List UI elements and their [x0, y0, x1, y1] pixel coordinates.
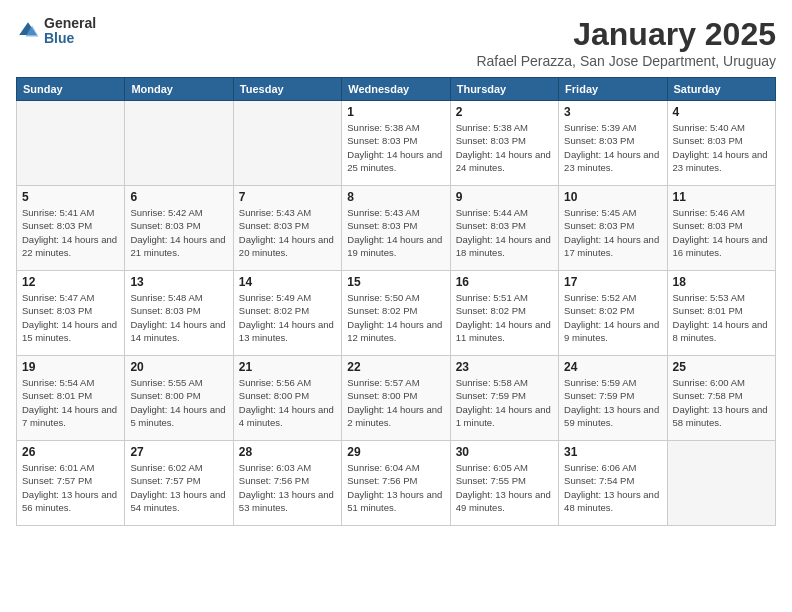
day-number: 21	[239, 360, 336, 374]
week-row-2: 5Sunrise: 5:41 AM Sunset: 8:03 PM Daylig…	[17, 186, 776, 271]
day-cell: 4Sunrise: 5:40 AM Sunset: 8:03 PM Daylig…	[667, 101, 775, 186]
title-block: January 2025 Rafael Perazza, San Jose De…	[476, 16, 776, 69]
day-number: 11	[673, 190, 770, 204]
day-info: Sunrise: 5:44 AM Sunset: 8:03 PM Dayligh…	[456, 206, 553, 259]
day-number: 22	[347, 360, 444, 374]
day-number: 18	[673, 275, 770, 289]
day-cell: 3Sunrise: 5:39 AM Sunset: 8:03 PM Daylig…	[559, 101, 667, 186]
column-header-sunday: Sunday	[17, 78, 125, 101]
day-number: 4	[673, 105, 770, 119]
day-cell	[233, 101, 341, 186]
day-info: Sunrise: 5:58 AM Sunset: 7:59 PM Dayligh…	[456, 376, 553, 429]
day-info: Sunrise: 5:42 AM Sunset: 8:03 PM Dayligh…	[130, 206, 227, 259]
day-info: Sunrise: 5:47 AM Sunset: 8:03 PM Dayligh…	[22, 291, 119, 344]
day-number: 3	[564, 105, 661, 119]
day-info: Sunrise: 5:56 AM Sunset: 8:00 PM Dayligh…	[239, 376, 336, 429]
day-info: Sunrise: 5:39 AM Sunset: 8:03 PM Dayligh…	[564, 121, 661, 174]
day-info: Sunrise: 6:04 AM Sunset: 7:56 PM Dayligh…	[347, 461, 444, 514]
day-number: 14	[239, 275, 336, 289]
day-cell: 13Sunrise: 5:48 AM Sunset: 8:03 PM Dayli…	[125, 271, 233, 356]
day-cell: 27Sunrise: 6:02 AM Sunset: 7:57 PM Dayli…	[125, 441, 233, 526]
day-cell: 17Sunrise: 5:52 AM Sunset: 8:02 PM Dayli…	[559, 271, 667, 356]
day-number: 30	[456, 445, 553, 459]
day-number: 13	[130, 275, 227, 289]
column-header-saturday: Saturday	[667, 78, 775, 101]
day-info: Sunrise: 6:00 AM Sunset: 7:58 PM Dayligh…	[673, 376, 770, 429]
day-number: 26	[22, 445, 119, 459]
day-cell: 11Sunrise: 5:46 AM Sunset: 8:03 PM Dayli…	[667, 186, 775, 271]
day-info: Sunrise: 6:06 AM Sunset: 7:54 PM Dayligh…	[564, 461, 661, 514]
day-cell: 2Sunrise: 5:38 AM Sunset: 8:03 PM Daylig…	[450, 101, 558, 186]
day-number: 1	[347, 105, 444, 119]
day-info: Sunrise: 6:01 AM Sunset: 7:57 PM Dayligh…	[22, 461, 119, 514]
day-number: 16	[456, 275, 553, 289]
logo: General Blue	[16, 16, 96, 47]
day-info: Sunrise: 6:03 AM Sunset: 7:56 PM Dayligh…	[239, 461, 336, 514]
day-number: 17	[564, 275, 661, 289]
day-cell: 24Sunrise: 5:59 AM Sunset: 7:59 PM Dayli…	[559, 356, 667, 441]
day-cell: 8Sunrise: 5:43 AM Sunset: 8:03 PM Daylig…	[342, 186, 450, 271]
day-cell: 29Sunrise: 6:04 AM Sunset: 7:56 PM Dayli…	[342, 441, 450, 526]
day-number: 7	[239, 190, 336, 204]
day-number: 28	[239, 445, 336, 459]
day-number: 8	[347, 190, 444, 204]
day-number: 9	[456, 190, 553, 204]
day-cell: 25Sunrise: 6:00 AM Sunset: 7:58 PM Dayli…	[667, 356, 775, 441]
day-info: Sunrise: 5:38 AM Sunset: 8:03 PM Dayligh…	[456, 121, 553, 174]
day-number: 19	[22, 360, 119, 374]
day-cell: 30Sunrise: 6:05 AM Sunset: 7:55 PM Dayli…	[450, 441, 558, 526]
day-number: 20	[130, 360, 227, 374]
day-number: 31	[564, 445, 661, 459]
day-number: 6	[130, 190, 227, 204]
day-cell: 5Sunrise: 5:41 AM Sunset: 8:03 PM Daylig…	[17, 186, 125, 271]
week-row-1: 1Sunrise: 5:38 AM Sunset: 8:03 PM Daylig…	[17, 101, 776, 186]
logo-icon	[16, 19, 40, 43]
day-number: 10	[564, 190, 661, 204]
day-info: Sunrise: 5:43 AM Sunset: 8:03 PM Dayligh…	[239, 206, 336, 259]
day-cell: 22Sunrise: 5:57 AM Sunset: 8:00 PM Dayli…	[342, 356, 450, 441]
day-info: Sunrise: 5:55 AM Sunset: 8:00 PM Dayligh…	[130, 376, 227, 429]
day-cell: 21Sunrise: 5:56 AM Sunset: 8:00 PM Dayli…	[233, 356, 341, 441]
day-info: Sunrise: 5:43 AM Sunset: 8:03 PM Dayligh…	[347, 206, 444, 259]
day-info: Sunrise: 5:45 AM Sunset: 8:03 PM Dayligh…	[564, 206, 661, 259]
day-info: Sunrise: 5:38 AM Sunset: 8:03 PM Dayligh…	[347, 121, 444, 174]
day-number: 27	[130, 445, 227, 459]
day-info: Sunrise: 5:51 AM Sunset: 8:02 PM Dayligh…	[456, 291, 553, 344]
day-info: Sunrise: 5:52 AM Sunset: 8:02 PM Dayligh…	[564, 291, 661, 344]
day-number: 2	[456, 105, 553, 119]
day-cell: 23Sunrise: 5:58 AM Sunset: 7:59 PM Dayli…	[450, 356, 558, 441]
day-info: Sunrise: 5:48 AM Sunset: 8:03 PM Dayligh…	[130, 291, 227, 344]
column-header-monday: Monday	[125, 78, 233, 101]
column-header-friday: Friday	[559, 78, 667, 101]
day-info: Sunrise: 5:54 AM Sunset: 8:01 PM Dayligh…	[22, 376, 119, 429]
day-cell: 28Sunrise: 6:03 AM Sunset: 7:56 PM Dayli…	[233, 441, 341, 526]
day-cell: 9Sunrise: 5:44 AM Sunset: 8:03 PM Daylig…	[450, 186, 558, 271]
day-cell: 26Sunrise: 6:01 AM Sunset: 7:57 PM Dayli…	[17, 441, 125, 526]
day-cell: 12Sunrise: 5:47 AM Sunset: 8:03 PM Dayli…	[17, 271, 125, 356]
day-cell	[667, 441, 775, 526]
week-row-5: 26Sunrise: 6:01 AM Sunset: 7:57 PM Dayli…	[17, 441, 776, 526]
week-row-4: 19Sunrise: 5:54 AM Sunset: 8:01 PM Dayli…	[17, 356, 776, 441]
location: Rafael Perazza, San Jose Department, Uru…	[476, 53, 776, 69]
day-cell	[125, 101, 233, 186]
day-number: 5	[22, 190, 119, 204]
day-cell: 20Sunrise: 5:55 AM Sunset: 8:00 PM Dayli…	[125, 356, 233, 441]
day-number: 24	[564, 360, 661, 374]
column-header-tuesday: Tuesday	[233, 78, 341, 101]
day-info: Sunrise: 5:49 AM Sunset: 8:02 PM Dayligh…	[239, 291, 336, 344]
day-info: Sunrise: 6:02 AM Sunset: 7:57 PM Dayligh…	[130, 461, 227, 514]
day-info: Sunrise: 5:59 AM Sunset: 7:59 PM Dayligh…	[564, 376, 661, 429]
day-number: 25	[673, 360, 770, 374]
day-cell: 18Sunrise: 5:53 AM Sunset: 8:01 PM Dayli…	[667, 271, 775, 356]
calendar-table: SundayMondayTuesdayWednesdayThursdayFrid…	[16, 77, 776, 526]
column-header-wednesday: Wednesday	[342, 78, 450, 101]
day-info: Sunrise: 5:50 AM Sunset: 8:02 PM Dayligh…	[347, 291, 444, 344]
week-row-3: 12Sunrise: 5:47 AM Sunset: 8:03 PM Dayli…	[17, 271, 776, 356]
day-cell: 16Sunrise: 5:51 AM Sunset: 8:02 PM Dayli…	[450, 271, 558, 356]
page-header: General Blue January 2025 Rafael Perazza…	[16, 16, 776, 69]
day-cell: 15Sunrise: 5:50 AM Sunset: 8:02 PM Dayli…	[342, 271, 450, 356]
logo-general: General	[44, 16, 96, 31]
day-cell: 31Sunrise: 6:06 AM Sunset: 7:54 PM Dayli…	[559, 441, 667, 526]
day-number: 23	[456, 360, 553, 374]
day-cell: 1Sunrise: 5:38 AM Sunset: 8:03 PM Daylig…	[342, 101, 450, 186]
